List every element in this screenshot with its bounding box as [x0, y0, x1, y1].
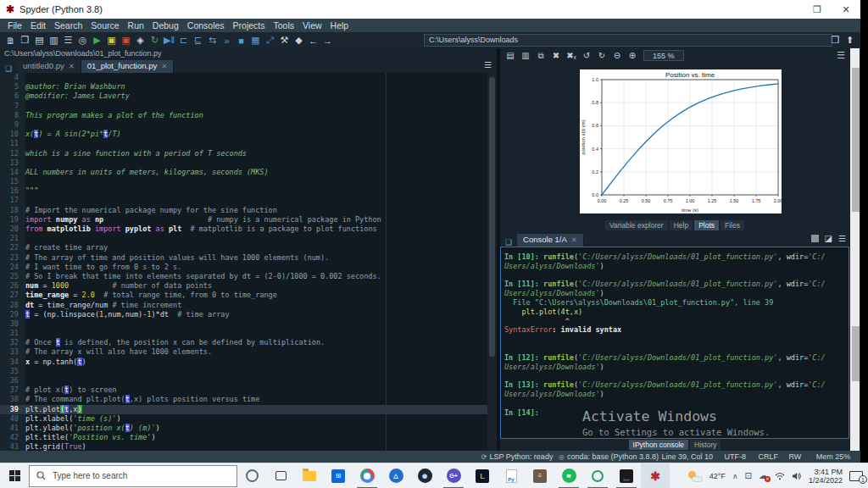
code-line[interactable]: 26num = 1000 # number of data points [0, 281, 497, 291]
plots-options-icon[interactable]: ☰ [837, 50, 845, 61]
code-line[interactable]: 22# create time array [0, 243, 497, 252]
code-line[interactable]: 33# The array x will also have 1000 elem… [0, 347, 497, 357]
menu-view[interactable]: View [298, 20, 326, 30]
onedrive-error-icon[interactable]: ☁✕ [759, 470, 768, 481]
code-line[interactable]: 42plt.title('Position vs. time') [0, 433, 497, 442]
code-line[interactable]: 7 [0, 102, 497, 111]
restore-button[interactable]: ❐ [803, 0, 832, 19]
code-line[interactable]: 34x = np.tanh(t) [0, 358, 497, 367]
python-file-button[interactable]: Py [497, 463, 526, 488]
code-line[interactable]: 28dt = time_range/num # time increment [0, 301, 497, 310]
code-line[interactable]: 41plt.ylabel('position x(t) (m)') [0, 424, 497, 433]
tray-clock[interactable]: 3:41 PM 1/24/2022 [809, 468, 843, 485]
plots-toolbar-icon-3[interactable]: ✖ [548, 51, 564, 60]
code-line[interactable]: 14ALL numbers in units of meters, kilogr… [0, 168, 497, 177]
code-line[interactable]: 18# Import the numerical package numpy f… [0, 206, 497, 215]
code-line[interactable]: 19import numpy as np # numpy is a numeri… [0, 215, 497, 225]
toolbar-icon-7[interactable]: ▣ [104, 35, 119, 46]
toolbar-icon-13[interactable]: ⊑ [191, 35, 205, 46]
menu-tools[interactable]: Tools [270, 20, 299, 30]
code-line[interactable]: 37# plot x(t) to screen [0, 385, 497, 395]
plots-scrollbar-thumb[interactable] [852, 68, 860, 212]
taskbar-search-input[interactable]: Type here to search [29, 465, 237, 487]
tab-untitled0[interactable]: untitled0.py✕ [17, 60, 81, 73]
close-tab-icon[interactable]: ✕ [571, 236, 577, 244]
toolbar-icon-19[interactable]: ⚒ [277, 35, 292, 46]
ipython-console[interactable]: In [10]: runfile('C:/Users/alyss/Downloa… [500, 247, 849, 439]
code-line[interactable]: 31 [0, 329, 497, 338]
toolbar-icon-16[interactable]: ■ [234, 36, 248, 46]
spyder-button[interactable]: ✱ [641, 463, 670, 488]
code-editor[interactable]: 45@author: Brian Washburn6@modifier: Jam… [0, 73, 497, 451]
console-scrollbar[interactable] [850, 231, 860, 451]
code-line[interactable]: 36 [0, 376, 497, 385]
tab-history[interactable]: History [690, 440, 721, 450]
toolbar-icon-8[interactable]: ▣ [119, 35, 133, 46]
spotify-button[interactable]: ≋ [554, 463, 583, 488]
plot-zoom-level[interactable]: 155 % [643, 50, 684, 61]
terminal-window-button[interactable]: ▁ [612, 463, 641, 488]
code-line[interactable]: 27time_range = 2.0 # total range time, f… [0, 291, 497, 300]
tab-plots[interactable]: Plots [694, 220, 719, 230]
code-line[interactable]: 5@author: Brian Washburn [0, 82, 497, 92]
code-line[interactable]: 38# The command plt.plot(t,x) plots posi… [0, 395, 497, 404]
tab-01-plot-function[interactable]: 01_plot_function.py✕ [81, 60, 175, 73]
code-line[interactable]: 6@modifier: James Laverty [0, 92, 497, 101]
code-line[interactable]: 8This program makes a plot of the functi… [0, 111, 497, 120]
code-line[interactable]: 43plt.grid(True) [0, 442, 497, 451]
blue-circle-app-button[interactable]: △ [381, 463, 410, 488]
game-character-button[interactable]: ⍨ [526, 463, 554, 488]
parent-directory-icon[interactable]: ⬆ [843, 35, 857, 46]
plots-toolbar-icon-6[interactable]: ↻ [594, 51, 609, 60]
code-line[interactable]: 21 [0, 234, 497, 243]
toolbar-icon-11[interactable]: ▶‖ [162, 35, 176, 46]
plots-toolbar-icon-7[interactable]: ⊖ [609, 51, 625, 60]
code-line[interactable]: 12which is a sine function with a period… [0, 149, 497, 158]
browse-tabs-icon[interactable]: ❏ [0, 64, 17, 73]
editor-options-icon[interactable]: ☰ [484, 60, 492, 69]
code-line[interactable]: 23# The array of time and position value… [0, 253, 497, 263]
tab-help[interactable]: Help [670, 220, 693, 230]
menu-source[interactable]: Source [86, 20, 123, 30]
tray-window-icon[interactable]: ⊡ [745, 471, 752, 480]
tab-files[interactable]: Files [721, 220, 744, 230]
code-line[interactable]: 4 [0, 73, 497, 82]
toolbar-icon-5[interactable]: ◎ [75, 35, 90, 46]
plots-toolbar-icon-1[interactable]: ▥ [518, 51, 533, 60]
code-line[interactable]: 40plt.xlabel('time (s)') [0, 414, 497, 424]
browse-directory-icon[interactable]: ❒ [828, 35, 843, 46]
plots-scrollbar[interactable] [850, 48, 860, 231]
menu-edit[interactable]: Edit [26, 20, 50, 30]
toolbar-icon-1[interactable]: ❒ [18, 35, 32, 46]
plots-toolbar-icon-4[interactable]: ✖ₓ [564, 51, 579, 60]
menu-help[interactable]: Help [326, 20, 353, 30]
code-line[interactable]: 17 [0, 196, 497, 205]
toolbar-icon-17[interactable]: ▦ [248, 35, 263, 46]
start-button[interactable] [0, 463, 29, 488]
microsoft-store-button[interactable]: ⊞ [324, 463, 353, 488]
toolbar-icon-2[interactable]: ▤ [32, 35, 47, 46]
toolbar-icon-10[interactable]: ↻ [147, 35, 162, 46]
green-ring-app-button[interactable] [583, 463, 612, 488]
editor-scrollbar-thumb[interactable] [489, 77, 495, 357]
plots-toolbar-icon-5[interactable]: ↺ [579, 51, 594, 60]
cortana-button[interactable] [237, 463, 266, 488]
code-line[interactable]: 20from matplotlib import pyplot as plt #… [0, 225, 497, 234]
toolbar-icon-0[interactable]: 🗎 [3, 36, 18, 46]
weather-icon[interactable] [687, 470, 703, 482]
menu-file[interactable]: File [3, 20, 26, 30]
close-tab-icon[interactable]: ✕ [161, 62, 167, 70]
code-line[interactable]: 15 [0, 177, 497, 186]
browse-tabs-icon[interactable]: ❏ [500, 238, 517, 247]
menu-debug[interactable]: Debug [148, 20, 183, 30]
chrome-button[interactable] [353, 463, 381, 488]
editor-scrollbar[interactable] [487, 73, 497, 451]
toolbar-icon-15[interactable]: » [220, 36, 234, 46]
tab-console-1a[interactable]: Console 1/A✕ [517, 234, 584, 247]
code-line[interactable]: 16""" [0, 186, 497, 196]
toolbar-icon-20[interactable]: ◆ [292, 35, 306, 46]
toolbar-icon-12[interactable]: ⊏ [176, 35, 191, 46]
tray-temperature[interactable]: 42°F [709, 472, 726, 480]
toolbar-icon-14[interactable]: ⇆ [205, 35, 220, 46]
plots-toolbar-icon-8[interactable]: ⊕ [625, 51, 640, 60]
